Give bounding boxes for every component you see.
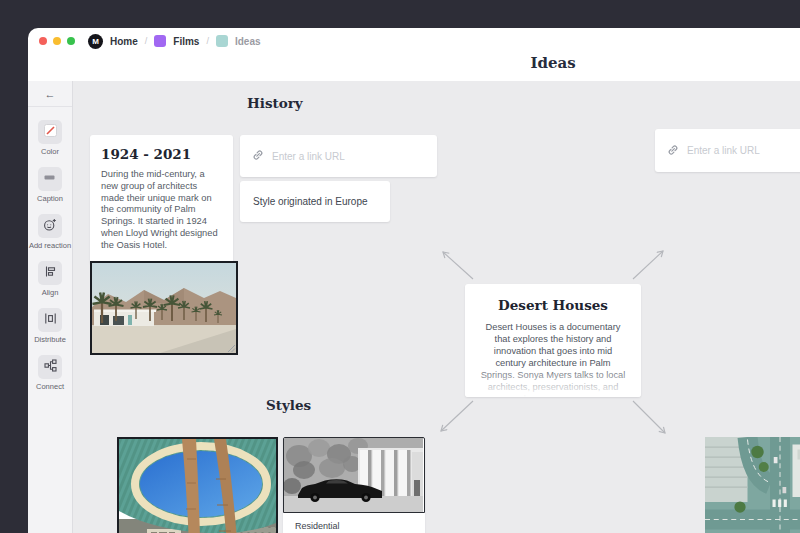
breadcrumb: M Home / Films / Ideas [88,34,261,49]
board-title: Ideas [530,54,575,72]
browser-topbar: M Home / Films / Ideas [28,28,800,54]
breadcrumb-separator: / [206,36,209,46]
distribute-icon [44,312,57,328]
history-heading[interactable]: History [247,95,303,111]
note-card-1924-2021[interactable]: 1924 - 2021 During the mid-century, a ne… [90,135,233,264]
link-url-placeholder: Enter a link URL [272,151,345,162]
tool-add-reaction: Add reaction [29,214,71,250]
note-body: During the mid-century, a new group of a… [101,169,222,252]
tool-sidebar: ← Color Caption [28,81,73,533]
desert-houses-card[interactable]: Desert Houses Desert Houses is a documen… [465,284,641,397]
align-button[interactable] [38,261,62,285]
palm-springs-street-photo[interactable] [90,261,238,355]
ideas-board-icon[interactable] [216,35,228,47]
tool-color: Color [38,120,62,156]
color-button[interactable] [38,120,62,144]
maximize-window-button[interactable] [67,37,75,45]
connect-button[interactable] [38,355,62,379]
breadcrumb-home[interactable]: Home [110,36,138,47]
tool-list: Color Caption Add reaction [29,120,71,391]
desert-houses-title: Desert Houses [478,297,628,313]
desert-houses-body: Desert Houses is a documentary that expl… [478,321,628,397]
tool-label: Align [42,288,59,297]
tool-label: Distribute [34,335,66,344]
connect-icon [44,359,57,375]
aerial-streets-photo[interactable] [705,437,800,533]
breadcrumb-separator: / [145,36,148,46]
link-icon [667,142,679,160]
tool-distribute: Distribute [34,308,66,344]
breadcrumb-films[interactable]: Films [173,36,199,47]
add-reaction-button[interactable] [38,214,62,238]
style-origin-card[interactable]: Style originated in Europe [240,181,390,222]
add-reaction-icon [43,218,57,235]
align-icon [44,265,57,281]
milanote-logo-icon[interactable]: M [88,34,103,49]
resize-handle[interactable] [227,344,236,353]
main-area: ← Color Caption [28,81,800,533]
link-url-input-top[interactable]: Enter a link URL [240,135,437,177]
tool-connect: Connect [36,355,64,391]
films-board-icon[interactable] [154,35,166,47]
tool-label: Caption [37,194,63,203]
breadcrumb-ideas[interactable]: Ideas [235,36,261,47]
collapse-sidebar-button[interactable]: ← [28,81,72,107]
window-controls [39,37,75,45]
residential-card[interactable]: Residential [283,437,425,533]
tool-label: Connect [36,382,64,391]
caption-icon [43,171,56,187]
color-icon [44,124,57,140]
caption-button[interactable] [38,167,62,191]
note-title: 1924 - 2021 [101,146,222,162]
minimize-window-button[interactable] [53,37,61,45]
tool-label: Add reaction [29,241,71,250]
link-url-input-right[interactable]: Enter a link URL [655,129,800,172]
board-canvas[interactable]: History 1924 - 2021 During the mid-centu… [73,81,800,533]
close-window-button[interactable] [39,37,47,45]
tool-caption: Caption [37,167,63,203]
link-icon [252,147,264,165]
board-titlebar: Ideas [28,54,800,81]
tool-label: Color [41,147,59,156]
styles-heading[interactable]: Styles [266,397,311,413]
app-window: M Home / Films / Ideas Ideas ← Color [28,28,800,533]
residential-bw-photo [283,437,425,513]
distribute-button[interactable] [38,308,62,332]
style-origin-text: Style originated in Europe [253,196,368,207]
round-building-photo[interactable] [117,437,278,533]
residential-caption: Residential [283,513,425,531]
link-url-placeholder: Enter a link URL [687,145,760,156]
tool-align: Align [38,261,62,297]
